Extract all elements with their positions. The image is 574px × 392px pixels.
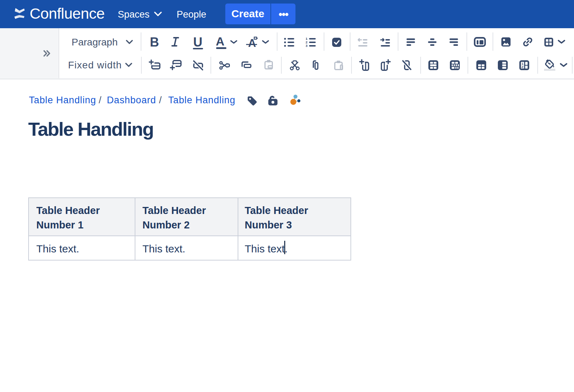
svg-text:Z: Z bbox=[521, 65, 524, 69]
svg-text:3: 3 bbox=[306, 44, 307, 48]
